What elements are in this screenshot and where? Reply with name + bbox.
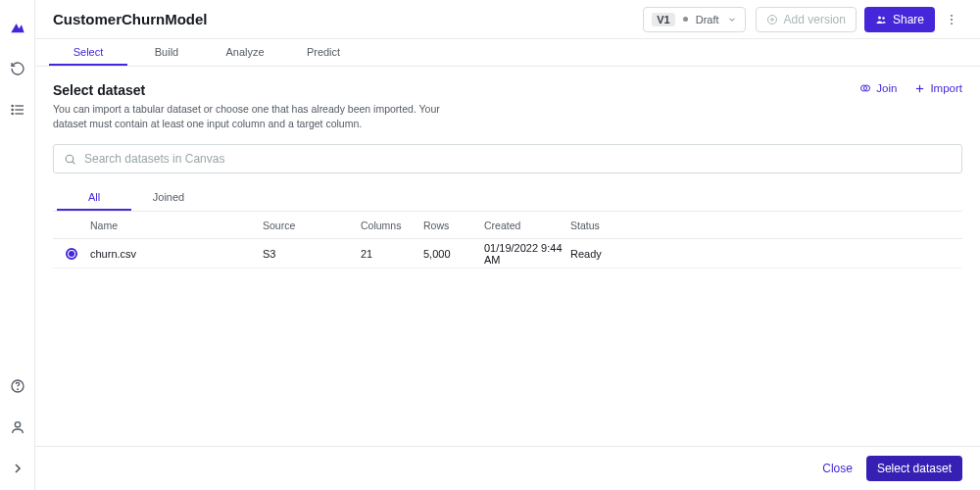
tab-select[interactable]: Select bbox=[49, 39, 127, 66]
version-badge: V1 bbox=[652, 13, 674, 26]
chevron-down-icon bbox=[727, 15, 737, 24]
page-description: You can import a tabular dataset or choo… bbox=[53, 102, 465, 130]
model-title: CustomerChurnModel bbox=[53, 11, 208, 27]
svg-point-3 bbox=[12, 105, 13, 106]
search-input[interactable] bbox=[76, 146, 952, 172]
expand-sidebar-icon[interactable] bbox=[8, 459, 27, 478]
profile-icon[interactable] bbox=[8, 417, 27, 437]
cell-source: S3 bbox=[263, 248, 361, 260]
search-icon bbox=[64, 153, 76, 166]
page-title: Select dataset bbox=[53, 82, 465, 98]
tab-predict[interactable]: Predict bbox=[284, 39, 363, 66]
cell-created: 01/19/2022 9:44 AM bbox=[484, 242, 570, 266]
left-sidebar bbox=[0, 0, 35, 490]
header: CustomerChurnModel V1 Draft Add version … bbox=[35, 0, 980, 39]
refresh-icon[interactable] bbox=[8, 59, 27, 78]
join-label: Join bbox=[876, 82, 897, 94]
list-icon[interactable] bbox=[8, 100, 27, 120]
cell-rows: 5,000 bbox=[423, 248, 484, 260]
svg-point-13 bbox=[882, 17, 885, 20]
svg-point-15 bbox=[951, 19, 953, 21]
plus-circle-icon bbox=[766, 14, 778, 25]
import-label: Import bbox=[930, 82, 962, 94]
svg-point-5 bbox=[12, 113, 13, 114]
svg-point-8 bbox=[15, 422, 20, 427]
svg-point-7 bbox=[17, 389, 18, 390]
svg-point-21 bbox=[66, 155, 74, 163]
col-header-source: Source bbox=[263, 220, 361, 231]
col-header-rows: Rows bbox=[423, 220, 484, 231]
dataset-table: Name Source Columns Rows Created Status … bbox=[53, 212, 962, 269]
subtab-all[interactable]: All bbox=[57, 185, 131, 211]
col-header-created: Created bbox=[484, 220, 570, 231]
help-icon[interactable] bbox=[8, 376, 27, 396]
svg-point-12 bbox=[878, 16, 881, 19]
people-icon bbox=[875, 14, 887, 25]
version-status: Draft bbox=[696, 14, 719, 25]
plus-icon bbox=[914, 83, 925, 94]
footer: Close Select dataset bbox=[35, 446, 980, 490]
col-header-name: Name bbox=[90, 220, 263, 231]
subtab-joined[interactable]: Joined bbox=[131, 185, 206, 211]
close-button[interactable]: Close bbox=[822, 462, 853, 475]
cell-columns: 21 bbox=[361, 248, 423, 260]
add-version-label: Add version bbox=[784, 13, 846, 26]
add-version-button: Add version bbox=[756, 7, 857, 32]
table-header: Name Source Columns Rows Created Status bbox=[53, 212, 962, 239]
col-header-columns: Columns bbox=[361, 220, 423, 231]
canvas-logo-icon[interactable] bbox=[8, 18, 27, 37]
cell-status: Ready bbox=[570, 248, 649, 260]
tab-analyze[interactable]: Analyze bbox=[206, 39, 284, 66]
join-icon bbox=[859, 82, 871, 94]
status-dot-icon bbox=[683, 17, 688, 22]
svg-line-22 bbox=[73, 162, 75, 165]
svg-point-14 bbox=[951, 14, 953, 16]
share-label: Share bbox=[893, 13, 924, 26]
row-radio[interactable] bbox=[66, 248, 77, 260]
col-header-status: Status bbox=[570, 220, 649, 231]
svg-point-16 bbox=[951, 23, 953, 24]
kebab-icon bbox=[945, 13, 958, 26]
import-button[interactable]: Import bbox=[914, 82, 962, 94]
more-menu-button[interactable] bbox=[941, 13, 962, 26]
select-dataset-label: Select dataset bbox=[877, 462, 952, 475]
workflow-tabs: Select Build Analyze Predict bbox=[35, 39, 980, 67]
search-input-wrapper[interactable] bbox=[53, 144, 962, 173]
select-dataset-button[interactable]: Select dataset bbox=[866, 456, 962, 481]
tab-build[interactable]: Build bbox=[127, 39, 206, 66]
share-button[interactable]: Share bbox=[864, 7, 935, 32]
version-selector[interactable]: V1 Draft bbox=[643, 7, 745, 32]
svg-point-4 bbox=[12, 109, 13, 110]
table-row[interactable]: churn.csv S3 21 5,000 01/19/2022 9:44 AM… bbox=[53, 239, 962, 269]
join-button[interactable]: Join bbox=[859, 82, 897, 94]
dataset-filter-tabs: All Joined bbox=[53, 185, 962, 212]
cell-name: churn.csv bbox=[90, 248, 263, 260]
